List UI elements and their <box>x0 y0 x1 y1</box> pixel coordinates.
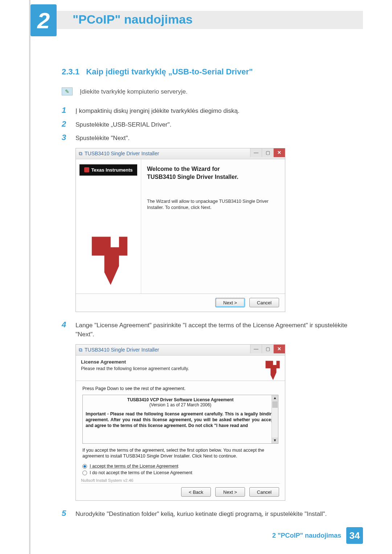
step-list-continued-2: 5 Nurodykite "Destination folder" kelią,… <box>62 509 359 519</box>
scroll-up-icon[interactable]: ▲ <box>272 395 278 401</box>
window-icon: ⧉ <box>79 151 82 157</box>
note-row: ✎ Įdiekite tvarkyklę kompiuterio servery… <box>62 87 359 95</box>
left-rail <box>29 0 30 554</box>
scrollbar[interactable]: ▲ ▼ <box>271 395 278 443</box>
brand-chip-icon <box>84 167 89 172</box>
window-icon: ⧉ <box>79 347 82 353</box>
scroll-down-icon[interactable]: ▼ <box>272 438 278 443</box>
step-number: 1 <box>62 106 68 115</box>
step-text: Lange "License Agreement" pasirinkite "I… <box>75 321 359 339</box>
maximize-icon[interactable]: ▢ <box>262 148 273 157</box>
wizard2-body: Press Page Down to see the rest of the a… <box>76 381 285 476</box>
next-button[interactable]: Next > <box>215 487 245 497</box>
license-agreement-title: License Agreement <box>81 359 264 365</box>
agreement-title: TUSB3410 VCP Driver Software License Agr… <box>86 397 275 402</box>
agreement-version: (Version 1 as of 27 March 2006) <box>86 402 275 407</box>
step-list-continued: 4 Lange "License Agreement" pasirinkite … <box>62 320 359 339</box>
wizard1-sidebar: Texas Instruments <box>76 159 141 294</box>
close-icon[interactable]: ✕ <box>273 345 285 353</box>
wizard1-welcome-line2: TUSB3410 Single Driver Installer. <box>147 174 279 180</box>
back-button[interactable]: < Back <box>181 487 211 497</box>
press-page-down-hint: Press Page Down to see the rest of the a… <box>82 386 278 391</box>
page-footer: 2 "PCoIP" naudojimas 34 <box>272 527 363 544</box>
brand-name: Texas Instruments <box>91 167 133 173</box>
agreement-body: Important - Please read the following li… <box>86 411 275 429</box>
radio-accept[interactable]: I accept the terms of the License Agreem… <box>82 464 278 469</box>
step-number: 3 <box>62 133 68 142</box>
wizard1-window-title: TUSB3410 Single Driver Installer <box>85 151 159 156</box>
close-icon[interactable]: ✕ <box>273 148 285 157</box>
step-list: 1 Į kompaktinių diskų įrenginį įdėkite t… <box>62 106 359 143</box>
step-5: 5 Nurodykite "Destination folder" kelią,… <box>62 509 359 519</box>
step-1: 1 Į kompaktinių diskų įrenginį įdėkite t… <box>62 106 359 116</box>
next-button[interactable]: Next > <box>215 298 245 307</box>
section-heading: 2.3.1 Kaip įdiegti tvarkyklę „USB-to-Ser… <box>62 67 359 77</box>
brand-badge: Texas Instruments <box>79 164 137 176</box>
wizard2-header: License Agreement Please read the follow… <box>76 356 285 381</box>
wizard1-titlebar: ⧉ TUSB3410 Single Driver Installer — ▢ ✕ <box>76 148 285 159</box>
step-text: Nurodykite "Destination folder" kelią, k… <box>75 509 327 519</box>
cancel-button[interactable]: Cancel <box>249 487 279 497</box>
step-text: Spustelėkite „USB-SERIAL Driver". <box>75 120 171 130</box>
note-text: Įdiekite tvarkyklę kompiuterio serveryje… <box>80 87 188 95</box>
radio-reject-label: I do not accept the terms of the License… <box>90 470 192 475</box>
minimize-icon[interactable]: — <box>250 345 262 353</box>
section-title: Kaip įdiegti tvarkyklę „USB-to-Serial Dr… <box>86 67 253 76</box>
page-content: 2.3.1 Kaip įdiegti tvarkyklę „USB-to-Ser… <box>62 67 359 522</box>
step-number: 5 <box>62 509 68 518</box>
wizard2-titlebar: ⧉ TUSB3410 Single Driver Installer — ▢ ✕ <box>76 345 285 356</box>
step-number: 2 <box>62 119 68 129</box>
chapter-title: "PCoIP" naudojimas <box>73 12 193 26</box>
scroll-thumb[interactable] <box>272 401 278 408</box>
wizard1-footer: Next > Cancel <box>76 294 285 312</box>
license-agreement-subtitle: Please read the following license agreem… <box>81 366 264 371</box>
note-icon: ✎ <box>62 87 73 95</box>
ti-logo-small-icon <box>264 359 281 376</box>
step-number: 4 <box>62 320 68 329</box>
accept-instruction: If you accept the terms of the agreement… <box>82 447 278 460</box>
wizard1-main: Welcome to the Wizard for TUSB3410 Singl… <box>141 159 285 294</box>
section-number: 2.3.1 <box>62 67 79 76</box>
page-number-box: 34 <box>346 527 363 544</box>
wizard2-window-title: TUSB3410 Single Driver Installer <box>85 347 159 353</box>
wizard1-screenshot: ⧉ TUSB3410 Single Driver Installer — ▢ ✕… <box>75 148 285 312</box>
maximize-icon[interactable]: ▢ <box>262 345 273 353</box>
agreement-textbox[interactable]: TUSB3410 VCP Driver Software License Agr… <box>82 395 278 444</box>
step-text: Į kompaktinių diskų įrenginį įdėkite tva… <box>75 106 240 116</box>
step-4: 4 Lange "License Agreement" pasirinkite … <box>62 320 359 339</box>
radio-unselected-icon[interactable] <box>82 471 87 475</box>
ti-logo-icon <box>87 233 130 287</box>
wizard2-screenshot: ⧉ TUSB3410 Single Driver Installer — ▢ ✕… <box>75 344 285 501</box>
step-text: Spustelėkite "Next". <box>75 134 130 143</box>
chapter-number-box: 2 <box>30 4 57 36</box>
wizard2-footer: < Back Next > Cancel <box>76 484 285 500</box>
radio-selected-icon[interactable] <box>82 464 87 469</box>
radio-reject[interactable]: I do not accept the terms of the License… <box>82 470 278 475</box>
wizard1-body-text: The Wizard will allow to unpackage TUSB3… <box>147 198 279 211</box>
step-3: 3 Spustelėkite "Next". <box>62 133 359 143</box>
step-2: 2 Spustelėkite „USB-SERIAL Driver". <box>62 119 359 130</box>
nullsoft-label: Nullsoft Install System v2.46 <box>76 477 285 483</box>
radio-accept-label: I accept the terms of the License Agreem… <box>90 464 179 469</box>
wizard1-welcome-line1: Welcome to the Wizard for <box>147 166 279 172</box>
cancel-button[interactable]: Cancel <box>249 298 279 307</box>
footer-chapter-label: 2 "PCoIP" naudojimas <box>272 532 341 539</box>
minimize-icon[interactable]: — <box>250 148 262 157</box>
